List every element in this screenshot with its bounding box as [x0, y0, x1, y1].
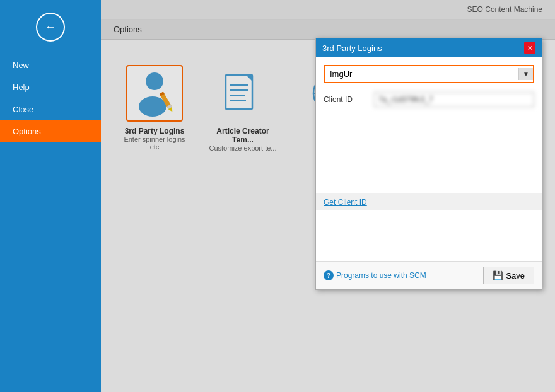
sidebar-item-close[interactable]: Close: [0, 98, 101, 120]
back-icon: ←: [45, 21, 56, 34]
service-dropdown[interactable]: ImgUr Spinner Chief WordAI SpinRewriter: [325, 66, 518, 82]
get-client-id-link[interactable]: Get Client ID: [324, 198, 367, 207]
dialog-title: 3rd Party Logins: [322, 43, 382, 53]
sidebar-item-options[interactable]: Options: [0, 120, 101, 142]
dialog-3rd-party-logins: 3rd Party Logins ✕ ImgUr Spinner Chief W…: [315, 38, 542, 290]
main-content: SEO Content Machine Options: [101, 0, 555, 392]
dialog-close-button[interactable]: ✕: [524, 42, 535, 54]
client-id-label: Client ID: [324, 95, 368, 104]
dropdown-arrow-icon: ▼: [518, 68, 533, 80]
help-icon: ?: [324, 270, 334, 280]
client-id-row: Client ID: [324, 92, 534, 107]
save-disk-icon: 💾: [493, 270, 503, 280]
get-client-id-area: Get Client ID: [316, 193, 542, 210]
dialog-titlebar: 3rd Party Logins ✕: [316, 38, 542, 57]
sidebar-item-new[interactable]: New: [0, 54, 101, 76]
dialog-dropdown-wrap: ImgUr Spinner Chief WordAI SpinRewriter …: [324, 65, 534, 83]
sidebar-item-help[interactable]: Help: [0, 76, 101, 98]
client-id-input[interactable]: [374, 92, 534, 107]
dialog-overlay: 3rd Party Logins ✕ ImgUr Spinner Chief W…: [101, 0, 555, 392]
back-button[interactable]: ←: [36, 13, 65, 42]
app-container: ← New Help Close Options SEO Content Mac…: [0, 0, 555, 392]
programs-link-text: Programs to use with SCM: [336, 271, 426, 280]
programs-link-area[interactable]: ? Programs to use with SCM: [324, 270, 426, 280]
sidebar-nav: New Help Close Options: [0, 54, 101, 142]
dialog-body: ImgUr Spinner Chief WordAI SpinRewriter …: [316, 57, 542, 193]
save-button[interactable]: 💾 Save: [483, 267, 534, 284]
dialog-close-icon: ✕: [527, 44, 533, 52]
save-label: Save: [506, 271, 525, 280]
dialog-spacer: [324, 113, 534, 185]
dialog-empty-area: [316, 210, 542, 261]
sidebar: ← New Help Close Options: [0, 0, 101, 392]
dialog-footer: ? Programs to use with SCM 💾 Save: [316, 261, 542, 289]
